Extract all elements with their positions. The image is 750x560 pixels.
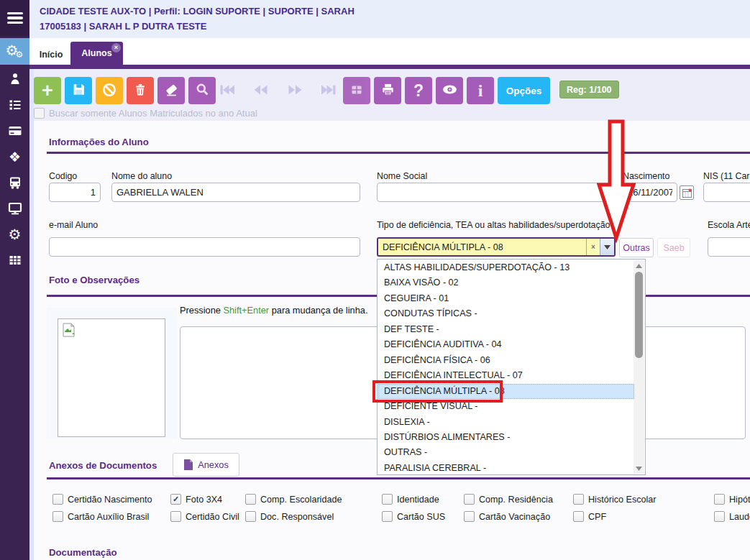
deficiencia-value: DEFICIÊNCIA MÚLTIPLA - 08 bbox=[378, 239, 586, 255]
checkbox[interactable] bbox=[52, 511, 63, 522]
sidebar-item-card[interactable] bbox=[0, 118, 29, 144]
grid-view-button[interactable] bbox=[343, 77, 370, 104]
monitor-icon bbox=[8, 201, 22, 216]
dropdown-item[interactable]: ALTAS HABILIDADES/SUPERDOTAÇÃO - 13 bbox=[378, 260, 634, 275]
checkbox[interactable] bbox=[245, 494, 256, 505]
checkbox[interactable] bbox=[382, 511, 393, 522]
nav-previous-button[interactable] bbox=[251, 81, 271, 101]
dropdown-item[interactable]: CEGUEIRA - 01 bbox=[378, 291, 634, 306]
checkbox-label: Histórico Escolar bbox=[588, 495, 656, 505]
escola-label: Escola Arte bbox=[708, 220, 750, 230]
checkbox[interactable] bbox=[573, 494, 584, 505]
escola-field[interactable] bbox=[708, 237, 750, 257]
student-photo-placeholder[interactable] bbox=[58, 318, 165, 437]
annotation-arrow bbox=[597, 119, 637, 243]
attachment-checkbox-item: Doc. Responsável bbox=[245, 511, 334, 522]
gear-icon: ⚙ bbox=[9, 227, 22, 242]
tab-strip: Início Alunos × bbox=[29, 38, 750, 65]
checkbox-label: Hipótese bbox=[729, 495, 750, 505]
delete-button[interactable] bbox=[127, 77, 154, 104]
nis-field[interactable] bbox=[703, 183, 750, 202]
dropdown-item[interactable]: CONDUTAS TÍPICAS - bbox=[378, 306, 634, 321]
saeb-button[interactable]: Saeb bbox=[657, 238, 690, 257]
sidebar-item-grid[interactable] bbox=[0, 247, 29, 273]
tab-inicio[interactable]: Início bbox=[32, 44, 70, 65]
panel-left-border bbox=[29, 69, 34, 560]
clear-button[interactable] bbox=[157, 77, 185, 104]
nav-next-button[interactable] bbox=[285, 81, 305, 101]
sidebar-item-student[interactable] bbox=[0, 66, 29, 92]
info-button[interactable]: i bbox=[467, 77, 494, 104]
nome-aluno-field[interactable] bbox=[111, 183, 360, 202]
broken-image-icon bbox=[62, 323, 76, 337]
filter-checkbox[interactable] bbox=[34, 108, 45, 119]
double-left-icon bbox=[252, 83, 270, 99]
sidebar-item-dropbox[interactable]: ❖ bbox=[0, 144, 29, 170]
checkbox[interactable] bbox=[714, 494, 725, 505]
checkbox-label: Certidão Nascimento bbox=[68, 495, 152, 505]
scroll-up-icon[interactable] bbox=[634, 260, 644, 271]
dropdown-scrollbar[interactable] bbox=[634, 260, 644, 474]
view-button[interactable] bbox=[436, 77, 463, 104]
nav-last-button[interactable] bbox=[319, 81, 339, 101]
dropdown-item[interactable]: PARALISIA CEREBRAL - bbox=[378, 461, 634, 476]
email-field[interactable] bbox=[49, 237, 360, 257]
checkbox[interactable]: ✓ bbox=[170, 494, 181, 505]
save-button[interactable] bbox=[65, 77, 92, 104]
help-button[interactable]: ? bbox=[405, 77, 432, 104]
close-tab-icon[interactable]: × bbox=[111, 43, 121, 52]
ban-icon bbox=[101, 82, 117, 100]
dropdown-item[interactable]: DEFICIÊNCIA FÍSICA - 06 bbox=[378, 353, 634, 368]
print-button[interactable] bbox=[374, 77, 401, 104]
codigo-field[interactable] bbox=[49, 183, 101, 202]
calendar-button[interactable] bbox=[680, 185, 694, 200]
hamburger-icon bbox=[7, 9, 23, 26]
checkbox[interactable] bbox=[170, 511, 181, 522]
checkbox[interactable] bbox=[52, 494, 63, 505]
search-button[interactable] bbox=[188, 77, 216, 104]
scroll-down-icon[interactable] bbox=[634, 463, 644, 474]
checkbox[interactable] bbox=[714, 511, 725, 522]
attachment-checkbox-item: CPF bbox=[573, 511, 606, 522]
sidebar-item-settings[interactable]: ⚙ bbox=[0, 221, 29, 247]
tab-alunos[interactable]: Alunos × bbox=[70, 42, 123, 65]
checkbox[interactable] bbox=[245, 511, 256, 522]
sidebar-item-lists[interactable] bbox=[0, 92, 29, 118]
attachment-checkbox-item: Certidão Civil bbox=[170, 511, 239, 522]
codigo-label: Codigo bbox=[49, 171, 77, 181]
add-button[interactable]: + bbox=[34, 77, 61, 104]
checkbox-label: Comp. Escolaridade bbox=[260, 495, 342, 505]
anexos-button[interactable]: Anexos bbox=[173, 453, 239, 477]
hamburger-menu-button[interactable] bbox=[0, 0, 29, 36]
checkbox[interactable] bbox=[573, 511, 584, 522]
dropdown-item[interactable]: OUTRAS - bbox=[378, 445, 634, 460]
dropdown-item[interactable]: DEFICIÊNCIA AUDITIVA - 04 bbox=[378, 337, 634, 352]
table-grid-icon bbox=[8, 253, 22, 267]
chevron-down-icon bbox=[604, 245, 610, 249]
attachment-checkbox-item: Cartão Vacinação bbox=[464, 511, 550, 522]
attachment-checkbox-item: Hipótese bbox=[714, 494, 750, 505]
section-foto-title: Foto e Observações bbox=[49, 275, 140, 285]
nome-social-label: Nome Social bbox=[377, 171, 427, 181]
sidebar-item-transport[interactable] bbox=[0, 170, 29, 196]
checkbox[interactable] bbox=[464, 511, 475, 522]
checkbox-label: Cartão Auxílio Brasil bbox=[68, 512, 149, 522]
dropdown-item[interactable]: DISTÚRBIOS ALIMENTARES - bbox=[378, 430, 634, 445]
nome-social-field[interactable] bbox=[377, 183, 619, 202]
dropdown-item[interactable]: DISLEXIA - bbox=[378, 415, 634, 430]
checkbox-label: Cartão Vacinação bbox=[479, 512, 550, 522]
options-button[interactable]: Opções bbox=[498, 77, 550, 104]
nav-first-button[interactable] bbox=[217, 81, 237, 101]
deficiencia-combobox[interactable]: DEFICIÊNCIA MÚLTIPLA - 08 × bbox=[377, 237, 616, 257]
dropdown-item[interactable]: DEF TESTE - bbox=[378, 322, 634, 337]
checkbox[interactable] bbox=[382, 494, 393, 505]
scrollbar-thumb[interactable] bbox=[635, 272, 643, 358]
sidebar-item-modules[interactable]: ⚙⚙ bbox=[0, 38, 29, 65]
eye-icon bbox=[442, 81, 458, 100]
attachment-checkbox-item: Histórico Escolar bbox=[573, 494, 656, 505]
attachment-checkbox-item: Comp. Residência bbox=[464, 494, 553, 505]
cancel-button[interactable] bbox=[96, 77, 123, 104]
dropdown-item[interactable]: BAIXA VISÃO - 02 bbox=[378, 275, 634, 290]
sidebar-item-monitor[interactable] bbox=[0, 196, 29, 221]
checkbox[interactable] bbox=[464, 494, 475, 505]
